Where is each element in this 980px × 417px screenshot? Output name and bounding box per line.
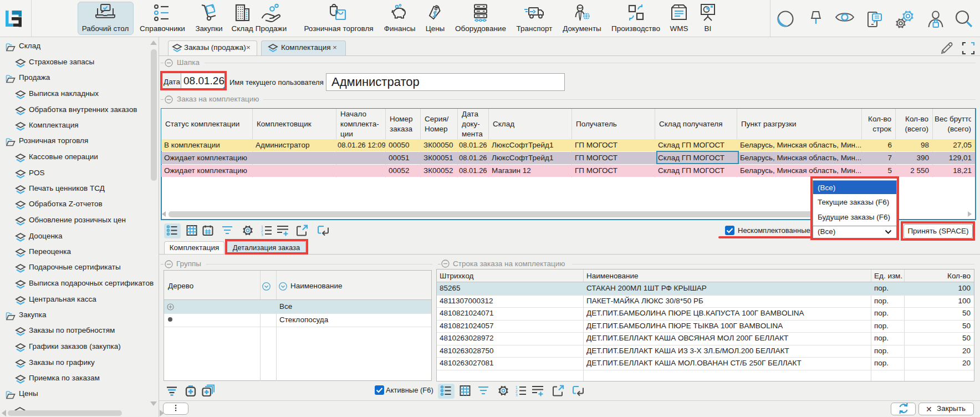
- svg-text:3: 3: [515, 393, 518, 396]
- svg-text:3: 3: [261, 232, 263, 236]
- svg-text:2: 2: [261, 228, 263, 232]
- svg-text:1: 1: [261, 225, 263, 228]
- svg-text:2: 2: [515, 389, 518, 393]
- svg-text:1: 1: [515, 385, 518, 389]
